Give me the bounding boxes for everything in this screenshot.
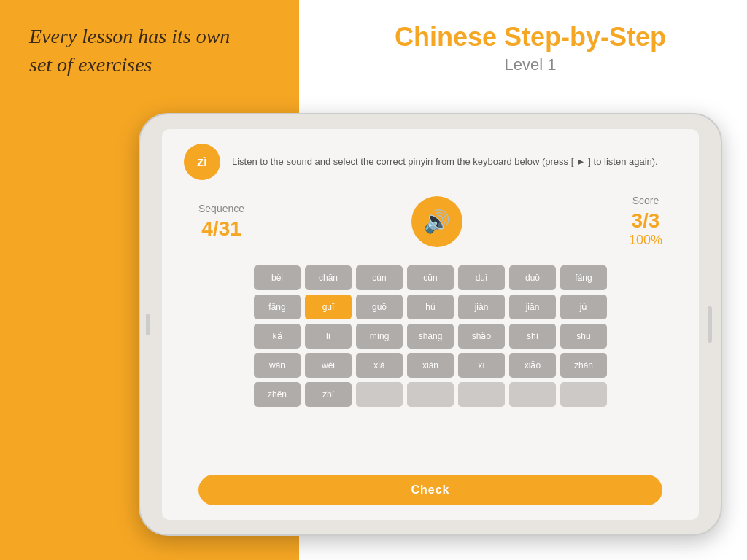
key-button[interactable]: bèi xyxy=(254,265,301,290)
keyboard-row-3: wànwèixiàxiànxīxiǎozhàn xyxy=(254,353,607,378)
key-button[interactable]: zhàn xyxy=(560,353,607,378)
left-panel-text: Every lesson has its own set of exercise… xyxy=(29,22,230,79)
key-button xyxy=(458,382,505,407)
speaker-button[interactable]: 🔊 xyxy=(411,196,462,247)
key-button xyxy=(509,382,556,407)
instruction-text: Listen to the sound and select the corre… xyxy=(232,155,658,168)
ipad-side-button xyxy=(146,314,150,335)
key-button xyxy=(560,382,607,407)
key-button[interactable]: cūn xyxy=(407,265,454,290)
ipad-right-button xyxy=(708,306,712,343)
key-button[interactable]: zhěn xyxy=(254,382,301,407)
keyboard-row-0: bèichāncùncūnduìduōfáng xyxy=(254,265,607,290)
key-button[interactable]: wàn xyxy=(254,353,301,378)
sequence-block: Sequence 4/31 xyxy=(198,203,244,241)
key-button[interactable]: lì xyxy=(305,324,352,349)
screen-content: zì Listen to the sound and select the co… xyxy=(162,129,699,520)
key-button[interactable]: xī xyxy=(458,353,505,378)
right-header: Chinese Step-by-Step Level 1 xyxy=(328,22,732,74)
key-button[interactable]: zhí xyxy=(305,382,352,407)
key-button[interactable]: jǔ xyxy=(560,295,607,319)
key-button[interactable]: shàng xyxy=(407,324,454,349)
pinyin-keyboard: bèichāncùncūnduìduōfángfāngguīguōhújiànj… xyxy=(184,265,677,463)
app-title: Chinese Step-by-Step xyxy=(328,22,732,52)
key-button[interactable]: shǎo xyxy=(458,324,505,349)
key-button[interactable]: wèi xyxy=(305,353,352,378)
key-button[interactable]: hú xyxy=(407,295,454,319)
keyboard-row-1: fāngguīguōhújiànjiānjǔ xyxy=(254,295,607,319)
keyboard-row-2: kǎlìmíngshàngshǎoshíshū xyxy=(254,324,607,349)
key-button[interactable]: duì xyxy=(458,265,505,290)
key-button[interactable]: chān xyxy=(305,265,352,290)
key-button[interactable]: kǎ xyxy=(254,324,301,349)
key-button[interactable]: cùn xyxy=(356,265,403,290)
key-button[interactable]: xiàn xyxy=(407,353,454,378)
key-button[interactable]: duō xyxy=(509,265,556,290)
check-button[interactable]: Check xyxy=(198,475,662,505)
key-button[interactable]: fáng xyxy=(560,265,607,290)
key-button[interactable]: guī xyxy=(305,295,352,319)
key-button[interactable]: jiān xyxy=(509,295,556,319)
key-button[interactable]: shí xyxy=(509,324,556,349)
keyboard-row-4: zhěnzhí xyxy=(254,382,607,407)
key-button xyxy=(407,382,454,407)
middle-row: Sequence 4/31 🔊 Score 3/3 100% xyxy=(184,195,677,248)
instruction-row: zì Listen to the sound and select the co… xyxy=(184,144,677,180)
check-btn-container: Check xyxy=(184,475,677,505)
zi-circle: zì xyxy=(184,144,220,180)
score-label: Score xyxy=(629,195,662,206)
ipad-screen: zì Listen to the sound and select the co… xyxy=(162,129,699,520)
score-block: Score 3/3 100% xyxy=(629,195,662,248)
score-percent: 100% xyxy=(629,233,662,248)
key-button[interactable]: xià xyxy=(356,353,403,378)
sequence-label: Sequence xyxy=(198,203,244,214)
key-button[interactable]: míng xyxy=(356,324,403,349)
score-value: 3/3 xyxy=(629,209,662,233)
key-button[interactable]: shū xyxy=(560,324,607,349)
sequence-value: 4/31 xyxy=(198,217,244,241)
ipad-device: zì Listen to the sound and select the co… xyxy=(139,113,722,536)
key-button[interactable]: jiàn xyxy=(458,295,505,319)
key-button xyxy=(356,382,403,407)
app-subtitle: Level 1 xyxy=(328,55,732,74)
speaker-icon: 🔊 xyxy=(423,209,450,234)
key-button[interactable]: fāng xyxy=(254,295,301,319)
key-button[interactable]: guō xyxy=(356,295,403,319)
key-button[interactable]: xiǎo xyxy=(509,353,556,378)
